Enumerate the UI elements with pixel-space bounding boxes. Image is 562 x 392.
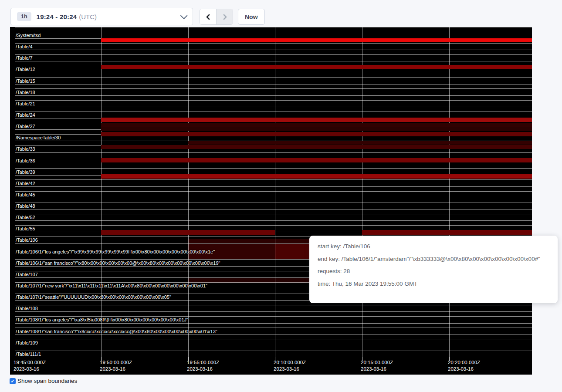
- row-label: /Table/21: [16, 101, 35, 107]
- time-bucket-line: [275, 27, 275, 357]
- key-visualizer-canvas[interactable]: /System/tsd/Table/4/Table/7/Table/12/Tab…: [10, 27, 532, 375]
- heat-band: [101, 123, 188, 127]
- span-boundary-line: [15, 168, 532, 169]
- next-range-button[interactable]: [216, 9, 233, 24]
- heat-band: [188, 65, 275, 69]
- span-boundary-line: [15, 50, 532, 50]
- row-label: /Table/111/1: [16, 351, 41, 357]
- heat-band: [101, 174, 188, 179]
- span-boundary-line: [15, 95, 532, 96]
- heat-band: [362, 123, 449, 127]
- time-bucket-line: [15, 27, 15, 357]
- row-label: /NamespaceTable/30: [16, 135, 61, 141]
- heat-band: [188, 118, 275, 122]
- heat-band: [188, 230, 275, 235]
- chevron-left-icon: [205, 14, 211, 20]
- axis-label: 19:50:00.000Z2023-03-16: [100, 359, 132, 372]
- time-bucket-line: [101, 27, 102, 357]
- heat-band: [188, 123, 275, 127]
- span-boundary-line: [15, 164, 532, 164]
- heat-band: [275, 145, 362, 149]
- heat-band: [188, 127, 275, 131]
- span-boundary-line: [15, 112, 532, 112]
- row-label: /Table/106: [16, 237, 38, 243]
- show-span-boundaries-checkbox[interactable]: ✓: [10, 378, 16, 384]
- now-button[interactable]: Now: [238, 9, 265, 25]
- heat-band: [362, 145, 449, 149]
- span-boundary-line: [15, 32, 532, 32]
- row-label: /Table/39: [16, 169, 35, 175]
- time-bucket-line: [449, 27, 450, 357]
- heat-band: [275, 141, 362, 145]
- span-boundary-line: [15, 203, 532, 203]
- heat-band: [449, 141, 532, 145]
- time-range-dropdown[interactable]: 1h 19:24 - 20:24 (UTC): [10, 8, 193, 25]
- time-bucket-line: [362, 27, 362, 357]
- span-boundary-line: [15, 88, 532, 89]
- span-boundary-line: [15, 311, 532, 312]
- row-label: /Table/33: [16, 146, 35, 152]
- row-label: /System/tsd: [16, 33, 41, 38]
- heat-band: [275, 158, 362, 162]
- heat-band: [449, 118, 532, 122]
- row-label: /Table/27: [16, 124, 35, 129]
- span-boundary-line: [15, 61, 532, 61]
- span-boundary-line: [15, 198, 532, 198]
- row-label: /Table/42: [16, 181, 35, 186]
- heat-band: [188, 145, 275, 149]
- heat-band: [449, 123, 532, 127]
- axis-label: 20:10:00.000Z2023-03-16: [274, 359, 306, 372]
- heat-band: [362, 132, 449, 136]
- heat-band: [362, 230, 449, 235]
- range-nav-group: [200, 9, 233, 25]
- row-label: /Table/12: [16, 67, 35, 72]
- row-label: /Table/48: [16, 203, 35, 209]
- heat-band: [449, 158, 532, 162]
- heat-band: [275, 65, 362, 69]
- row-label: /Table/107/1/"seattle"/"UUUUUUD\x00\x80\…: [16, 294, 171, 300]
- heat-band: [449, 145, 532, 149]
- heat-band: [188, 158, 275, 162]
- heat-band: [362, 127, 449, 131]
- row-label: /Table/15: [16, 78, 35, 84]
- heat-band: [449, 230, 532, 235]
- tooltip-start-key: start key: /Table/106: [318, 243, 558, 250]
- row-label: /Table/4: [16, 44, 33, 50]
- span-boundary-line: [15, 77, 532, 78]
- chevron-right-icon: [222, 14, 228, 20]
- span-boundary-line: [15, 225, 532, 226]
- row-label: /Table/52: [16, 215, 35, 220]
- heat-band: [449, 174, 532, 179]
- span-boundary-line: [15, 339, 532, 339]
- span-boundary-line: [15, 186, 532, 187]
- heat-band: [275, 174, 362, 179]
- tooltip-end-key: end key: /Table/106/1/"amsterdam"/"\xb33…: [318, 256, 558, 262]
- span-boundary-line: [15, 73, 532, 73]
- span-boundary-line: [15, 107, 532, 107]
- range-timezone-label: (UTC): [79, 13, 97, 20]
- row-label: /Table/108/1/"san francisco"/"\x8c\xcc\x…: [16, 329, 217, 335]
- prev-range-button[interactable]: [200, 9, 216, 24]
- heat-band: [101, 145, 188, 149]
- heat-band: [362, 141, 449, 145]
- row-label: /Table/45: [16, 192, 35, 198]
- heat-band: [101, 65, 188, 69]
- heat-band: [362, 118, 449, 122]
- heat-band: [362, 158, 449, 162]
- span-boundary-line: [15, 152, 532, 153]
- heat-band: [101, 158, 188, 162]
- span-boundary-line: [15, 209, 532, 210]
- heat-band: [275, 118, 362, 122]
- heat-band: [188, 141, 275, 145]
- row-label: /Table/109: [16, 340, 38, 346]
- span-boundary-line: [15, 179, 532, 180]
- span-boundary-line: [15, 157, 532, 157]
- row-label: /Table/7: [16, 55, 33, 61]
- heat-band: [101, 230, 188, 235]
- heat-band: [362, 65, 449, 69]
- span-boundary-line: [15, 335, 532, 335]
- show-span-boundaries-control[interactable]: ✓ Show span boundaries: [10, 378, 77, 384]
- span-boundary-line: [15, 100, 532, 101]
- heat-band: [101, 118, 188, 122]
- heat-band: [188, 132, 275, 136]
